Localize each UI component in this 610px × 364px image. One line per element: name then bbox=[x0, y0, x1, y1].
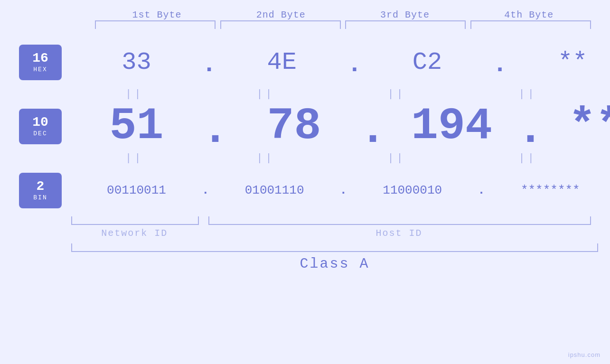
hex-values: 33 . 4E . C2 . ** bbox=[71, 46, 610, 79]
hex-base-num: 16 bbox=[32, 52, 48, 65]
byte1-top-bracket bbox=[95, 20, 216, 29]
bin-dot1: . bbox=[202, 183, 209, 197]
equals2-byte2: || bbox=[202, 152, 328, 164]
bin-badge: 2 BIN bbox=[19, 173, 62, 208]
top-bracket-row bbox=[95, 20, 591, 29]
dec-byte2: 78 bbox=[229, 101, 359, 152]
dec-row: 10 DEC 51 . 78 . 194 . *** bbox=[19, 103, 591, 150]
byte4-top-bracket bbox=[470, 20, 591, 29]
bottom-bracket-row bbox=[71, 216, 591, 225]
hex-dot3: . bbox=[492, 51, 507, 79]
bin-base-num: 2 bbox=[37, 180, 45, 193]
dec-byte4: *** bbox=[544, 101, 610, 152]
hex-byte4-val: ** bbox=[507, 48, 610, 76]
dec-dot3: . bbox=[517, 104, 544, 156]
bin-byte2-val: 01001110 bbox=[209, 183, 340, 197]
hex-byte4: ** bbox=[507, 48, 610, 76]
bin-byte4: ******** bbox=[485, 183, 610, 197]
byte2-header: 2nd Byte bbox=[219, 9, 343, 20]
dec-dot2: . bbox=[359, 104, 386, 156]
dec-byte1: 51 bbox=[71, 101, 202, 152]
hex-byte1-val: 33 bbox=[71, 48, 202, 76]
hex-base-label: HEX bbox=[33, 66, 47, 73]
byte1-header: 1st Byte bbox=[95, 9, 219, 20]
dec-base-label: DEC bbox=[33, 130, 47, 137]
equals2-byte1: || bbox=[71, 152, 197, 164]
bin-dot2: . bbox=[340, 183, 347, 197]
hex-badge: 16 HEX bbox=[19, 45, 62, 80]
hex-row: 16 HEX 33 . 4E . C2 . ** bbox=[19, 38, 591, 86]
hex-dot2: . bbox=[347, 51, 362, 79]
dec-base-num: 10 bbox=[32, 116, 48, 129]
bin-byte3-val: 11000010 bbox=[347, 183, 478, 197]
hex-byte2-val: 4E bbox=[216, 48, 347, 76]
dec-byte1-val: 51 bbox=[71, 101, 202, 152]
host-id-label: Host ID bbox=[207, 228, 591, 239]
bin-byte4-val: ******** bbox=[485, 183, 610, 197]
network-id-bracket bbox=[71, 216, 199, 225]
id-labels-row: Network ID Host ID bbox=[71, 228, 591, 239]
network-id-label: Network ID bbox=[71, 228, 197, 239]
dec-dot1: . bbox=[202, 104, 229, 156]
bin-byte1-val: 00110011 bbox=[71, 183, 202, 197]
hex-dot1: . bbox=[202, 51, 216, 79]
bin-values: 00110011 . 01001110 . 11000010 . *******… bbox=[71, 183, 610, 197]
dec-byte4-val: *** bbox=[544, 101, 610, 152]
class-bracket bbox=[71, 243, 598, 252]
dec-byte3-val: 194 bbox=[386, 101, 517, 152]
byte-headers-row: 1st Byte 2nd Byte 3rd Byte 4th Byte bbox=[95, 9, 591, 20]
bin-row: 2 BIN 00110011 . 01001110 . 11000010 . *… bbox=[19, 167, 591, 214]
dec-values: 51 . 78 . 194 . *** bbox=[71, 97, 610, 156]
byte3-top-bracket bbox=[345, 20, 466, 29]
hex-byte2: 4E bbox=[216, 48, 347, 76]
bin-byte1: 00110011 bbox=[71, 183, 202, 197]
bin-dot3: . bbox=[478, 183, 485, 197]
host-id-bracket bbox=[208, 216, 591, 225]
bin-byte3: 11000010 bbox=[347, 183, 478, 197]
bin-byte2: 01001110 bbox=[209, 183, 340, 197]
hex-byte1: 33 bbox=[71, 48, 202, 76]
hex-byte3-val: C2 bbox=[362, 48, 492, 76]
dec-badge: 10 DEC bbox=[19, 109, 62, 144]
dec-byte3: 194 bbox=[386, 101, 517, 152]
class-label: Class A bbox=[71, 256, 598, 272]
equals2-byte3: || bbox=[333, 152, 460, 164]
main-container: 1st Byte 2nd Byte 3rd Byte 4th Byte 16 H… bbox=[0, 0, 610, 364]
byte3-header: 3rd Byte bbox=[343, 9, 467, 20]
byte4-header: 4th Byte bbox=[467, 9, 591, 20]
dec-byte2-val: 78 bbox=[229, 101, 359, 152]
bin-base-label: BIN bbox=[33, 194, 47, 201]
equals2-byte4: || bbox=[465, 152, 591, 164]
class-row: Class A bbox=[71, 243, 591, 272]
watermark: ipshu.com bbox=[568, 351, 601, 358]
byte2-top-bracket bbox=[220, 20, 341, 29]
hex-byte3: C2 bbox=[362, 48, 492, 76]
